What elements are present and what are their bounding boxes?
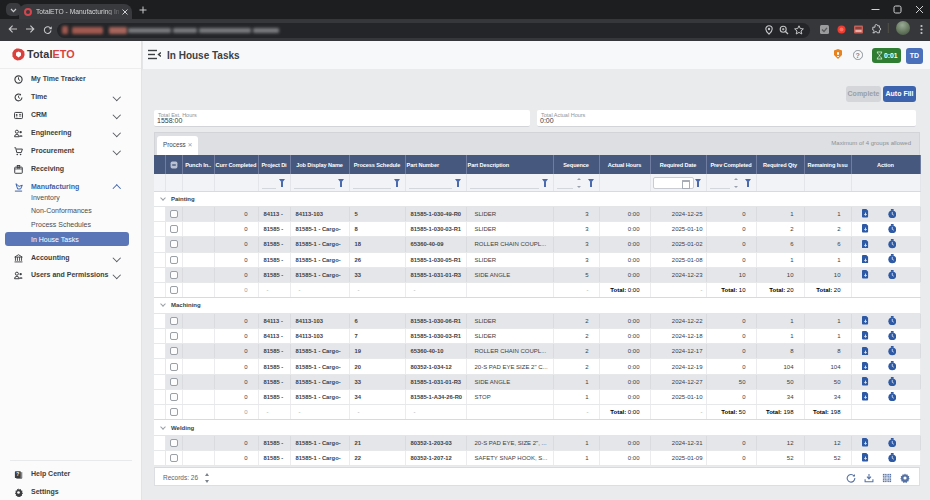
svg-text:?: ? [16,472,19,477]
